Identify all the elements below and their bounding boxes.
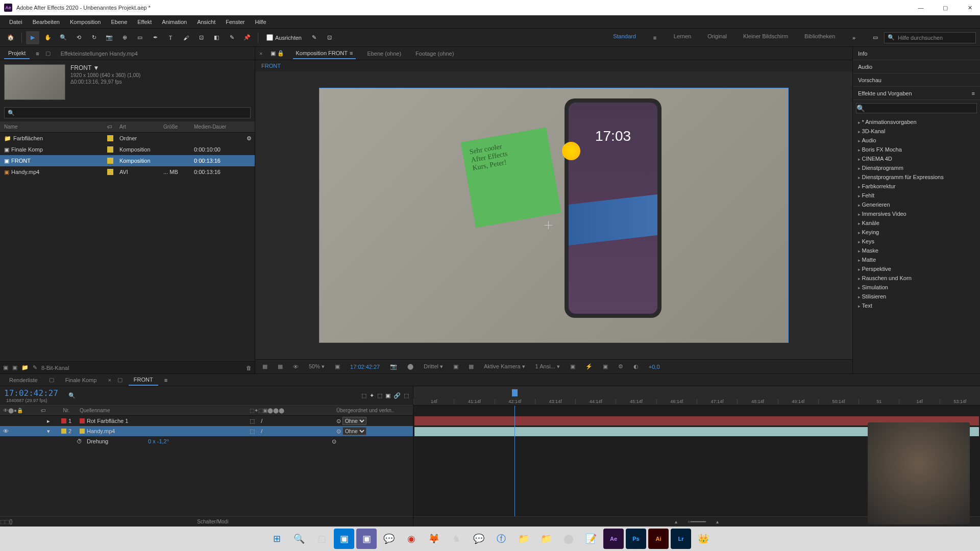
effect-settings-tab[interactable]: Effekteinstellungen Handy.mp4 — [57, 48, 142, 59]
home-tool[interactable]: 🏠 — [4, 31, 17, 44]
pen-tool[interactable]: ✒ — [149, 31, 162, 44]
effect-category[interactable]: Maske — [853, 246, 980, 255]
project-tab[interactable]: Projekt — [4, 48, 30, 59]
footage-icon[interactable]: ▣ — [3, 364, 8, 371]
snapshot-icon[interactable]: 📷 — [387, 362, 400, 371]
rotation-value[interactable]: 0 x -1,2° — [148, 438, 169, 444]
help-search[interactable]: 🔍 Hilfe durchsuchen — [884, 32, 976, 43]
timeline-ruler[interactable]: 14f 41:14f 42:14f 43:14f 44:14f 45:14f 4… — [413, 386, 980, 406]
safe-zones[interactable]: ▣ — [332, 362, 343, 371]
menu-window[interactable]: Fenster — [220, 17, 250, 27]
brush-tool[interactable]: 🖌 — [179, 31, 192, 44]
search-button[interactable]: 🔍 — [289, 529, 309, 549]
shape-tool[interactable]: ▭ — [133, 31, 146, 44]
roto-tool[interactable]: ✎ — [225, 31, 238, 44]
app-icon[interactable]: 📁 — [536, 529, 556, 549]
timeline-icon[interactable]: ▣ — [600, 362, 611, 371]
eraser-tool[interactable]: ◧ — [210, 31, 223, 44]
camera-tool[interactable]: 📷 — [103, 31, 116, 44]
pixel-aspect-icon[interactable]: ▣ — [567, 362, 578, 371]
firefox-icon[interactable]: 🦊 — [424, 529, 444, 549]
menu-effect[interactable]: Effekt — [132, 17, 157, 27]
after-effects-icon[interactable]: Ae — [603, 529, 624, 549]
views-dropdown[interactable]: 1 Ansi... ▾ — [532, 362, 563, 371]
exposure-value[interactable]: +0,0 — [646, 363, 663, 371]
timeline-tab-front[interactable]: FRONT — [129, 374, 158, 386]
zoom-tool[interactable]: 🔍 — [57, 31, 70, 44]
project-item[interactable]: 📁Farbflächen Ordner ⚙ — [0, 133, 255, 144]
text-tool[interactable]: T — [164, 31, 177, 44]
close-button[interactable]: ✕ — [964, 2, 976, 14]
tl-btn-5[interactable]: 🔗 — [394, 392, 401, 399]
app-icon[interactable]: 📝 — [581, 529, 601, 549]
col-name[interactable]: Name — [0, 124, 107, 130]
clone-tool[interactable]: ⊡ — [194, 31, 208, 44]
workspace-menu-icon[interactable]: ≡ — [648, 31, 662, 44]
obs-icon[interactable]: ⬤ — [558, 529, 579, 549]
effect-category[interactable]: Generieren — [853, 200, 980, 209]
workspace-libraries[interactable]: Bibliotheken — [800, 31, 839, 44]
app-icon[interactable]: ◉ — [401, 529, 422, 549]
grid-toggle[interactable]: ▦ — [275, 362, 286, 371]
menu-help[interactable]: Hilfe — [250, 17, 272, 27]
lightroom-icon[interactable]: Lr — [671, 529, 691, 549]
effects-categories[interactable]: * Animationsvorgaben 3D-Kanal Audio Bori… — [853, 116, 980, 373]
viewer-timecode[interactable]: 17:02:42:27 — [347, 363, 383, 371]
tl-btn-4[interactable]: ▣ — [385, 392, 390, 399]
facebook-icon[interactable]: ⓕ — [491, 529, 511, 549]
timeline-tab-finale[interactable]: Finale Komp — [60, 375, 102, 385]
effect-category[interactable]: Dienstprogramm für Expressions — [853, 172, 980, 182]
anchor-tool[interactable]: ⊕ — [118, 31, 131, 44]
snap-tool[interactable]: ✎ — [308, 31, 321, 44]
effect-category[interactable]: Simulation — [853, 283, 980, 292]
menu-edit[interactable]: Bearbeiten — [28, 17, 65, 27]
new-comp-icon[interactable]: ▣ — [12, 364, 17, 371]
timeline-timecode[interactable]: 17:02:42:27 — [4, 388, 58, 398]
app-icon[interactable]: ▣ — [356, 529, 377, 549]
rotate-tool[interactable]: ↻ — [87, 31, 101, 44]
zoom-level[interactable]: 50% ▾ — [306, 362, 328, 371]
tl-toggle-2[interactable]: ⬚ — [5, 519, 9, 524]
effect-category[interactable]: CINEMA 4D — [853, 154, 980, 163]
col-size[interactable]: Größe — [163, 124, 194, 130]
adjust-icon[interactable]: ✎ — [33, 364, 37, 371]
maximize-button[interactable]: ▢ — [939, 2, 951, 14]
panel-preview[interactable]: Vorschau — [853, 73, 980, 87]
playhead[interactable] — [514, 406, 515, 516]
timeline-layer[interactable]: 👁 ▾ 2 Handy.mp4 ⬚ / ⊙ Ohne — [0, 426, 413, 436]
workspace-learn[interactable]: Lernen — [670, 31, 695, 44]
menu-file[interactable]: Datei — [4, 17, 28, 27]
effect-category[interactable]: Farbkorrektur — [853, 182, 980, 191]
tl-toggle-1[interactable]: ⬚ — [0, 519, 5, 524]
align-checkbox[interactable]: Ausrichten — [266, 34, 302, 41]
tl-btn-2[interactable]: ✦ — [370, 392, 374, 399]
workspace-original[interactable]: Original — [703, 31, 731, 44]
effect-category[interactable]: Stilisieren — [853, 292, 980, 301]
project-list[interactable]: 📁Farbflächen Ordner ⚙ ▣Finale Komp Kompo… — [0, 133, 255, 361]
alpha-toggle[interactable]: ▦ — [259, 362, 271, 371]
tl-toggle-3[interactable]: {} — [9, 519, 13, 524]
comp-breadcrumb[interactable]: FRONT — [255, 60, 852, 71]
project-item[interactable]: ▣FRONT Komposition 0:00:13:16 — [0, 155, 255, 166]
start-button[interactable]: ⊞ — [266, 529, 287, 549]
project-search[interactable]: 🔍 — [4, 107, 251, 118]
folder-icon[interactable]: 📁 — [513, 529, 534, 549]
effect-category[interactable]: Perspektive — [853, 264, 980, 273]
parent-dropdown[interactable]: Ohne — [342, 417, 366, 425]
tl-btn-3[interactable]: ⬚ — [377, 392, 382, 399]
menu-layer[interactable]: Ebene — [106, 17, 132, 27]
effect-category[interactable]: Rauschen und Korn — [853, 273, 980, 283]
app-icon[interactable]: 👑 — [693, 529, 714, 549]
col-type[interactable]: Art — [119, 124, 163, 130]
effect-category[interactable]: Keying — [853, 228, 980, 237]
effect-category[interactable]: Dienstprogramm — [853, 163, 980, 172]
panel-info[interactable]: Info — [853, 47, 980, 60]
timeline-tab-render[interactable]: Renderliste — [4, 375, 43, 385]
effect-category[interactable]: Immersives Video — [853, 209, 980, 218]
app-icon[interactable]: ♞ — [446, 529, 467, 549]
puppet-tool[interactable]: 📌 — [240, 31, 254, 44]
workspace-small[interactable]: Kleiner Bildschirm — [739, 31, 792, 44]
comp-tab-composition[interactable]: Komposition FRONT ≡ — [293, 48, 356, 59]
zoom-in-icon[interactable]: ▴ — [716, 519, 719, 524]
timeline-property[interactable]: ⏱ Drehung 0 x -1,2° ⊙ — [0, 436, 413, 446]
